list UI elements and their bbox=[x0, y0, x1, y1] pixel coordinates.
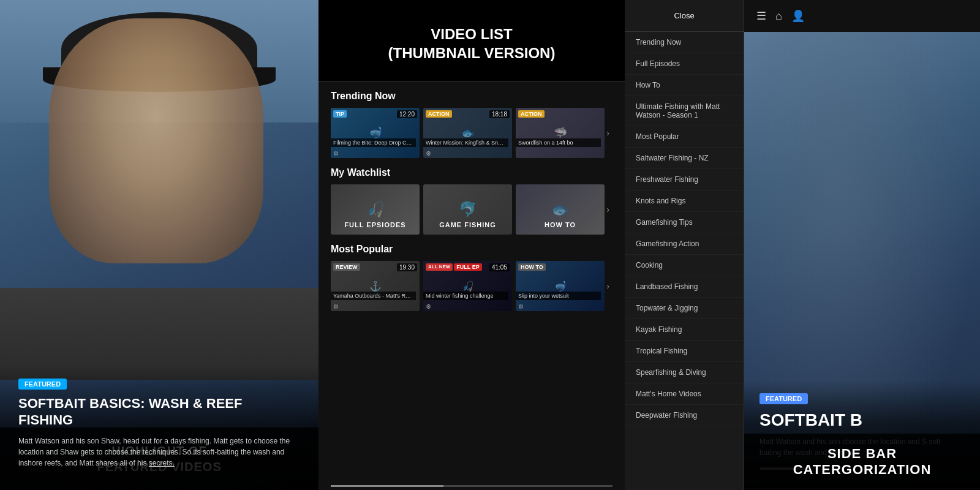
popular-controls-3: ⚙ bbox=[516, 303, 601, 310]
popular-caption-2: Mid winter fishing challenge bbox=[423, 292, 508, 300]
right-featured-bg: Featured SOFTBAIT B Matt Watson and his … bbox=[744, 32, 980, 488]
popular-duration-1: 19:30 bbox=[397, 263, 417, 271]
badge-tip-1: TIP bbox=[333, 110, 347, 118]
center-panel: VIDEO LIST (THUMBNAIL VERSION) Trending … bbox=[318, 0, 625, 490]
trending-scroll-arrow[interactable]: › bbox=[606, 128, 609, 138]
sidebar-item-trending-now[interactable]: Trending Now bbox=[625, 32, 744, 53]
caption-2: Winter Mission: Kingfish & Snapper Jiggi… bbox=[423, 138, 508, 147]
controls-1: ⚙ bbox=[331, 150, 416, 157]
video-thumb-1[interactable]: 🤿 TIP 12:20 Filming the Bite: Deep Drop … bbox=[331, 108, 420, 158]
video-thumb-2[interactable]: 🐟 ACTION 18:18 Winter Mission: Kingfish … bbox=[423, 108, 512, 158]
badge-fullep-2: FULL EP bbox=[454, 263, 481, 271]
sidebar-item-freshwater-fishing[interactable]: Freshwater Fishing bbox=[625, 169, 744, 190]
sidebar-item-knots-rigs[interactable]: Knots and Rigs bbox=[625, 190, 744, 212]
popular-controls-2: ⚙ bbox=[423, 303, 508, 310]
sidebar-item-deepwater-fishing[interactable]: Deepwater Fishing bbox=[625, 405, 744, 426]
badge-action-2: ACTION bbox=[426, 110, 452, 118]
face-area bbox=[49, 18, 263, 263]
user-icon[interactable]: 👤 bbox=[791, 9, 805, 23]
sidebar-item-cooking[interactable]: Cooking bbox=[625, 255, 744, 276]
popular-thumb-2[interactable]: 🎣 ALL NEW FULL EP 41:05 Mid winter fishi… bbox=[423, 261, 512, 311]
sidebar-item-matts-home-videos[interactable]: Matt's Home Videos bbox=[625, 383, 744, 405]
menu-icon[interactable]: ☰ bbox=[756, 9, 766, 23]
right-bottom-text: SIDE BAR CATERGORIZATION bbox=[756, 446, 968, 478]
badge-action-3: ACTION bbox=[518, 110, 545, 118]
watchlist-scroll-arrow[interactable]: › bbox=[606, 205, 609, 214]
popular-caption-1: Yamaha Outboards - Matt's Review bbox=[331, 292, 416, 300]
popular-ctrl-1[interactable]: ⚙ bbox=[333, 303, 339, 310]
sidebar-item-spearfishing-diving[interactable]: Spearfishing & Diving bbox=[625, 362, 744, 383]
watchlist-label-3: HOW TO bbox=[516, 221, 605, 228]
watchlist-thumb-3[interactable]: 🐟 HOW TO bbox=[516, 184, 605, 235]
sidebar-item-most-popular[interactable]: Most Popular bbox=[625, 126, 744, 148]
secrets-link[interactable]: secrets. bbox=[149, 459, 175, 467]
watchlist-section: My Watchlist 🎣 FULL EPSIODES 🐬 GAME FISH… bbox=[331, 167, 612, 235]
center-header: VIDEO LIST (THUMBNAIL VERSION) bbox=[318, 0, 625, 81]
caption-3: Swordfish on a 14ft bo bbox=[516, 138, 601, 147]
right-header: ☰ ⌂ 👤 bbox=[744, 0, 980, 32]
sidebar-item-gamefishing-action[interactable]: Gamefishing Action bbox=[625, 233, 744, 255]
featured-badge: Featured bbox=[18, 379, 67, 390]
sidebar-item-topwater-jigging[interactable]: Topwater & Jigging bbox=[625, 298, 744, 319]
popular-caption-3: Slip into your wetsuit bbox=[516, 292, 601, 300]
controls-2: ⚙ bbox=[423, 150, 508, 157]
home-icon[interactable]: ⌂ bbox=[775, 10, 782, 23]
badge-howto-3: HOW TO bbox=[518, 263, 546, 271]
sidebar-item-saltwater-fishing[interactable]: Saltwater Fishing - NZ bbox=[625, 148, 744, 169]
featured-overlay: Featured SOFTBAIT BASICS: WASH & REEF FI… bbox=[0, 366, 318, 490]
video-thumb-3[interactable]: 🦈 ACTION Swordfish on a 14ft bo bbox=[516, 108, 605, 158]
sidebar-item-full-episodes[interactable]: Full Episodes bbox=[625, 53, 744, 75]
center-content[interactable]: Trending Now 🤿 TIP 12:20 Filming the Bit… bbox=[318, 81, 625, 483]
sidebar-item-landbased-fishing[interactable]: Landbased Fishing bbox=[625, 276, 744, 298]
sidebar-item-ultimate-fishing[interactable]: Ultimate Fishing with Matt Watson - Seas… bbox=[625, 96, 744, 126]
sidebar-item-tropical-fishing[interactable]: Tropical Fishing bbox=[625, 341, 744, 362]
sidebar-item-kayak-fishing[interactable]: Kayak Fishing bbox=[625, 319, 744, 341]
sidebar-close-button[interactable]: Close bbox=[625, 0, 744, 32]
duration-2: 18:18 bbox=[489, 110, 510, 118]
popular-thumb-3[interactable]: 🤿 HOW TO Slip into your wetsuit ⚙ bbox=[516, 261, 605, 311]
featured-description: Matt Watson and his son Shaw, head out f… bbox=[18, 435, 300, 469]
sidebar-item-gamefishing-tips[interactable]: Gamefishing Tips bbox=[625, 212, 744, 233]
popular-ctrl-3[interactable]: ⚙ bbox=[518, 303, 524, 310]
caption-1: Filming the Bite: Deep Drop Camera bbox=[331, 138, 416, 147]
popular-video-row: ⚓ REVIEW 19:30 Yamaha Outboards - Matt's… bbox=[331, 261, 612, 311]
left-panel: Featured SOFTBAIT BASICS: WASH & REEF FI… bbox=[0, 0, 318, 490]
sidebar-panel: Close Trending Now Full Episodes How To … bbox=[625, 0, 744, 490]
badge-review-1: REVIEW bbox=[333, 263, 360, 271]
watchlist-label-2: GAME FISHING bbox=[423, 221, 512, 228]
right-featured-title: SOFTBAIT B bbox=[760, 410, 965, 430]
right-panel: ☰ ⌂ 👤 Featured SOFTBAIT B Matt Watson an… bbox=[744, 0, 980, 490]
center-title: VIDEO LIST (THUMBNAIL VERSION) bbox=[331, 24, 612, 62]
duration-1: 12:20 bbox=[397, 110, 417, 118]
watchlist-thumb-2[interactable]: 🐬 GAME FISHING bbox=[423, 184, 512, 235]
popular-title: Most Popular bbox=[331, 244, 612, 255]
right-bottom-label: SIDE BAR CATERGORIZATION bbox=[744, 434, 980, 490]
popular-duration-2: 41:05 bbox=[489, 263, 510, 271]
badge-new-2: ALL NEW bbox=[426, 263, 453, 271]
popular-controls-1: ⚙ bbox=[331, 303, 416, 310]
ctrl-icon-2[interactable]: ⚙ bbox=[426, 150, 431, 157]
trending-section: Trending Now 🤿 TIP 12:20 Filming the Bit… bbox=[331, 91, 612, 158]
watchlist-video-row: 🎣 FULL EPSIODES 🐬 GAME FISHING 🐟 HOW TO bbox=[331, 184, 612, 235]
popular-section: Most Popular ⚓ REVIEW 19:30 Yamaha Outbo… bbox=[331, 244, 612, 311]
trending-title: Trending Now bbox=[331, 91, 612, 102]
popular-scroll-arrow[interactable]: › bbox=[606, 281, 609, 291]
popular-ctrl-2[interactable]: ⚙ bbox=[426, 303, 431, 310]
ctrl-icon-1[interactable]: ⚙ bbox=[333, 150, 339, 157]
watchlist-title: My Watchlist bbox=[331, 167, 612, 178]
watchlist-label-1: FULL EPSIODES bbox=[331, 221, 420, 228]
watchlist-thumb-1[interactable]: 🎣 FULL EPSIODES bbox=[331, 184, 420, 235]
featured-title: SOFTBAIT BASICS: WASH & REEF FISHING bbox=[18, 396, 300, 428]
trending-video-row: 🤿 TIP 12:20 Filming the Bite: Deep Drop … bbox=[331, 108, 612, 158]
right-featured-badge: Featured bbox=[760, 393, 808, 404]
popular-thumb-1[interactable]: ⚓ REVIEW 19:30 Yamaha Outboards - Matt's… bbox=[331, 261, 420, 311]
sidebar-item-how-to[interactable]: How To bbox=[625, 75, 744, 96]
